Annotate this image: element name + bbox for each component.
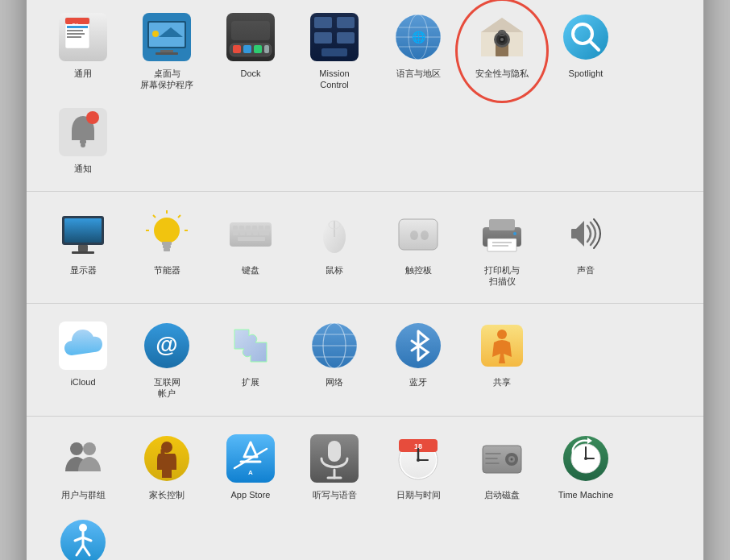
svg-point-134 bbox=[584, 457, 587, 460]
pref-trackpad[interactable]: 触控板 bbox=[378, 201, 458, 294]
pref-sharing[interactable]: 共享 bbox=[462, 313, 542, 406]
icloud-label: iCloud bbox=[70, 376, 95, 388]
pref-display[interactable]: 显示器 bbox=[43, 201, 123, 294]
svg-rect-13 bbox=[160, 50, 173, 52]
pref-startup[interactable]: 启动磁盘 bbox=[462, 426, 542, 507]
svg-rect-89 bbox=[492, 245, 508, 247]
system-preferences-window: ‹ › 系统偏好设置 🔍 ✕ bbox=[27, 0, 703, 560]
svg-rect-74 bbox=[247, 231, 251, 235]
pref-notification[interactable]: 通知 bbox=[43, 100, 123, 180]
svg-rect-18 bbox=[243, 45, 251, 53]
svg-point-12 bbox=[152, 31, 159, 37]
dictation-label: 听写与语音 bbox=[313, 489, 357, 500]
general-label: 通用 bbox=[74, 68, 92, 79]
svg-text:@: @ bbox=[156, 332, 177, 357]
pref-sound[interactable]: 声音 bbox=[545, 201, 626, 294]
printer-icon bbox=[476, 208, 528, 259]
svg-rect-81 bbox=[399, 219, 438, 250]
svg-rect-67 bbox=[239, 226, 244, 230]
svg-rect-6 bbox=[67, 33, 85, 35]
pref-spotlight[interactable]: Spotlight bbox=[545, 5, 626, 97]
svg-point-39 bbox=[496, 34, 508, 45]
pref-network[interactable]: 网络 bbox=[294, 313, 375, 406]
pref-mission[interactable]: MissionControl bbox=[294, 5, 375, 97]
display-icon bbox=[57, 208, 109, 259]
svg-rect-5 bbox=[67, 30, 83, 31]
pref-bluetooth[interactable]: 蓝牙 bbox=[378, 313, 458, 406]
mouse-icon bbox=[309, 208, 360, 259]
svg-rect-37 bbox=[496, 40, 508, 56]
display-label: 显示器 bbox=[70, 264, 97, 276]
pref-printer[interactable]: 打印机与扫描仪 bbox=[462, 201, 542, 294]
language-label: 语言与地区 bbox=[396, 68, 441, 79]
datetime-icon: 18 bbox=[392, 433, 444, 484]
pref-dock[interactable]: Dock bbox=[210, 5, 291, 97]
pref-desktop[interactable]: 桌面与屏幕保护程序 bbox=[127, 5, 207, 97]
svg-rect-19 bbox=[254, 45, 262, 53]
general-icon: File bbox=[57, 11, 109, 63]
pref-language[interactable]: 🌐 语言与地区 bbox=[378, 5, 458, 97]
svg-marker-36 bbox=[481, 18, 523, 32]
svg-rect-23 bbox=[314, 17, 332, 28]
svg-rect-42 bbox=[499, 31, 505, 35]
svg-point-126 bbox=[511, 458, 513, 460]
svg-point-104 bbox=[70, 442, 83, 455]
svg-rect-69 bbox=[252, 226, 257, 230]
pref-dictation[interactable]: 听写与语音 bbox=[294, 426, 375, 507]
svg-rect-27 bbox=[321, 48, 347, 56]
printer-label: 打印机与扫描仪 bbox=[484, 264, 520, 288]
keyboard-label: 键盘 bbox=[242, 264, 259, 276]
pref-users[interactable]: 用户与群组 bbox=[43, 426, 123, 507]
pref-appstore[interactable]: A App Store bbox=[210, 426, 291, 507]
svg-rect-4 bbox=[67, 26, 88, 28]
dock-icon bbox=[225, 11, 276, 63]
pref-general[interactable]: File 通用 bbox=[43, 5, 123, 97]
pref-parental[interactable]: 家长控制 bbox=[127, 426, 207, 507]
pref-energy[interactable]: 节能器 bbox=[127, 201, 207, 294]
svg-rect-25 bbox=[314, 32, 332, 44]
dictation-icon bbox=[309, 433, 360, 484]
svg-point-43 bbox=[563, 15, 608, 60]
mission-label: MissionControl bbox=[319, 68, 349, 91]
security-icon bbox=[476, 11, 528, 63]
pref-keyboard[interactable]: 键盘 bbox=[210, 201, 291, 294]
pref-accessibility[interactable]: 辅助功能 bbox=[43, 510, 123, 560]
language-icon: 🌐 bbox=[392, 11, 444, 63]
extensions-label: 扩展 bbox=[242, 376, 259, 388]
trackpad-icon bbox=[392, 208, 444, 259]
svg-point-90 bbox=[513, 232, 516, 235]
sound-icon bbox=[560, 208, 612, 259]
section-system: 用户与群组 家长控制 bbox=[27, 417, 703, 560]
sharing-icon bbox=[476, 320, 528, 371]
energy-icon bbox=[141, 208, 193, 259]
extensions-icon bbox=[225, 320, 276, 371]
dock-label: Dock bbox=[240, 68, 260, 79]
svg-marker-35 bbox=[481, 18, 523, 56]
pref-timemachine[interactable]: Time Machine bbox=[545, 426, 626, 507]
pref-extensions[interactable]: 扩展 bbox=[210, 313, 291, 406]
pref-security[interactable]: 安全性与隐私 bbox=[462, 5, 542, 97]
svg-point-49 bbox=[86, 111, 99, 124]
svg-rect-72 bbox=[233, 231, 238, 235]
svg-point-55 bbox=[154, 218, 180, 243]
pref-internet[interactable]: @ 互联网帐户 bbox=[127, 313, 207, 406]
pref-datetime[interactable]: 18 日期与时间 bbox=[378, 426, 458, 507]
keyboard-icon bbox=[225, 208, 276, 259]
pref-icloud[interactable]: iCloud bbox=[43, 313, 123, 406]
appstore-icon: A bbox=[225, 433, 276, 484]
svg-text:A: A bbox=[248, 469, 253, 476]
security-label: 安全性与隐私 bbox=[475, 68, 529, 79]
startup-icon bbox=[476, 433, 528, 484]
pref-mouse[interactable]: 鼠标 bbox=[294, 201, 375, 294]
bluetooth-icon bbox=[392, 320, 444, 371]
svg-point-103 bbox=[497, 330, 507, 339]
notification-icon bbox=[57, 106, 109, 158]
svg-point-40 bbox=[499, 36, 505, 43]
spotlight-icon bbox=[560, 11, 612, 63]
appstore-label: App Store bbox=[231, 489, 271, 500]
timemachine-label: Time Machine bbox=[558, 489, 614, 500]
svg-rect-54 bbox=[72, 251, 94, 254]
startup-label: 启动磁盘 bbox=[484, 489, 520, 500]
timemachine-icon bbox=[560, 433, 612, 484]
desktop-label: 桌面与屏幕保护程序 bbox=[140, 68, 193, 91]
